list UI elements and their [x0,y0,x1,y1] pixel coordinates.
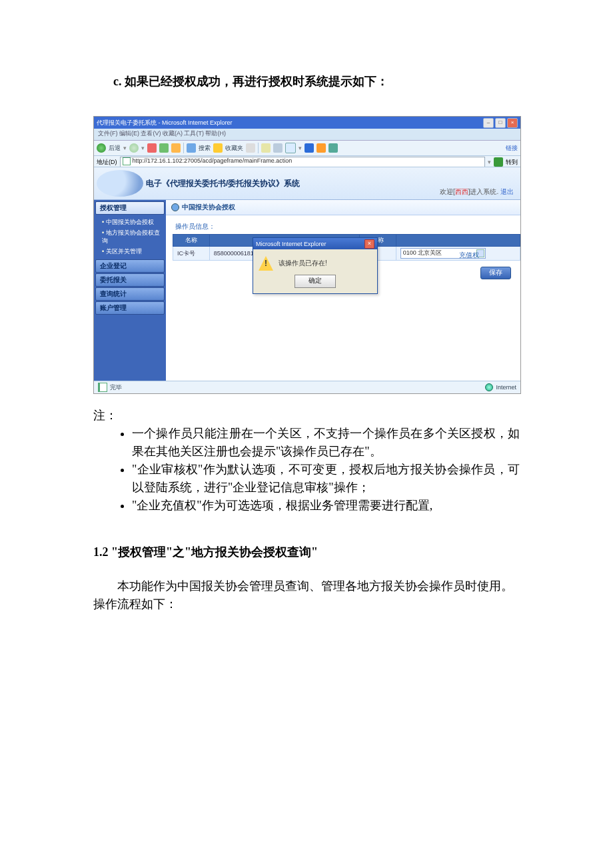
zone-select-cell: 0100 北京关区 [396,247,520,261]
search-icon[interactable] [187,143,196,153]
welcome-prefix: 欢迎[ [440,188,455,195]
dialog-message: 该操作员已存在! [279,259,327,268]
col-name-1: 名称 [173,235,210,247]
nav-query-stats[interactable]: 查询统计 [95,287,165,301]
content-area: 电子《代理报关委托书/委托报关协议》系统 欢迎[西西]进入系统. 退出 授权管理… [94,167,520,381]
nav-auth-mgmt[interactable]: 授权管理 [95,201,165,215]
zone-icon [485,383,493,391]
section-c-text: 如果已经授权成功，再进行授权时系统提示如下： [125,75,388,88]
recharge-right-label: 充值权 [459,251,479,260]
notes-heading: 注： [93,407,520,423]
refresh-icon[interactable] [159,143,169,153]
note-item-1: 一个操作员只能注册在一个关区，不支持一个操作员在多个关区授权，如果在其他关区注册… [132,425,520,461]
ext-icon-1[interactable] [305,143,314,153]
maximize-button[interactable]: □ [495,118,506,128]
back-label[interactable]: 后退 [109,144,121,153]
nav-account-mgmt[interactable]: 账户管理 [95,301,165,315]
search-label[interactable]: 搜索 [199,144,211,153]
url-value: http://172.16.1.102:27005/acd/pageframe/… [133,157,293,164]
nav-entrust-customs[interactable]: 委托报关 [95,273,165,287]
ext-icon-2[interactable] [316,143,326,153]
warning-icon [259,256,273,271]
nav-item-cn-auth[interactable]: 中国报关协会授权 [95,217,165,227]
nav-item-zone-merge[interactable]: 关区并关管理 [95,246,165,257]
edit-icon[interactable] [285,143,296,153]
ie-titlebar: 代理报关电子委托系统 - Microsoft Internet Explorer… [94,117,520,129]
favorites-label[interactable]: 收藏夹 [225,144,243,153]
operator-info-label: 操作员信息： [166,215,520,234]
welcome-suffix: ]进入系统. [468,188,500,195]
embedded-screenshot: 代理报关电子委托系统 - Microsoft Internet Explorer… [93,116,521,394]
ie-toolbar: 后退 ▾ ▾ 搜索 收藏夹 ▾ 链接 [94,141,520,156]
welcome-text: 欢迎[西西]进入系统. 退出 [440,187,514,197]
logout-link[interactable]: 退出 [500,188,514,195]
system-logo-icon [97,170,143,197]
row-label-ic: IC卡号 [173,247,210,261]
nav-item-local-auth-query[interactable]: 地方报关协会授权查询 [95,227,165,246]
system-header: 电子《代理报关委托书/委托报关协议》系统 欢迎[西西]进入系统. 退出 [94,167,520,200]
home-icon[interactable] [171,143,181,153]
col-blank-2 [396,235,520,247]
dialog-title-text: Microsoft Internet Explorer [256,241,364,247]
page-icon [123,157,131,165]
section-c-heading: c. 如果已经授权成功，再进行授权时系统提示如下： [113,73,520,89]
zone-select-value: 0100 北京关区 [403,249,442,256]
welcome-user: 西西 [455,188,468,195]
nav-enterprise-reg[interactable]: 企业登记 [95,259,165,273]
address-label: 地址(D) [97,158,117,167]
close-button[interactable]: × [507,118,518,128]
dialog-titlebar: Microsoft Internet Explorer × [253,238,377,249]
note-item-2: "企业审核权"作为默认选项，不可变更，授权后地方报关协会操作员，可以登陆系统，进… [132,461,520,497]
section-1-2-heading: 1.2 "授权管理"之"地方报关协会授权查询" [93,544,520,560]
dialog-ok-button[interactable]: 确定 [295,275,336,288]
sidebar: 授权管理 中国报关协会授权 地方报关协会授权查询 关区并关管理 企业登记 委托报… [94,200,166,382]
status-done-icon [98,383,107,392]
alert-dialog: Microsoft Internet Explorer × 该操作员已存在! 确… [253,237,378,294]
dialog-close-button[interactable]: × [364,239,374,249]
nav-auth-submenu: 中国报关协会授权 地方报关协会授权查询 关区并关管理 [95,215,165,259]
para-1: 本功能作为中国报关协会管理员查询、管理各地方报关协会操作员时使用。 [93,577,520,595]
links-label[interactable]: 链接 [506,144,518,153]
section-c-prefix: c. [113,75,125,88]
status-done-text: 完毕 [110,383,122,392]
panel-title-icon [171,203,179,211]
go-icon[interactable] [494,157,503,167]
save-button[interactable]: 保存 [480,267,511,279]
panel-title-text: 中国报关协会授权 [182,203,235,212]
window-title: 代理报关电子委托系统 - Microsoft Internet Explorer [97,119,483,127]
history-icon[interactable] [246,143,255,153]
system-title: 电子《代理报关委托书/委托报关协议》系统 [146,178,300,189]
panel-title: 中国报关协会授权 [166,200,520,215]
go-label[interactable]: 转到 [506,158,518,167]
zone-text: Internet [496,384,516,391]
ie-menubar[interactable]: 文件(F) 编辑(E) 查看(V) 收藏(A) 工具(T) 帮助(H) [94,129,520,141]
minimize-button[interactable]: – [483,118,494,128]
stop-icon[interactable] [147,143,157,153]
ext-icon-3[interactable] [328,143,338,153]
favorites-icon[interactable] [213,143,223,153]
para-2: 操作流程如下： [93,595,520,613]
main-panel: 中国报关协会授权 操作员信息： 名称 名称 IC卡号 8580000061813 [166,200,520,382]
forward-icon[interactable] [129,143,139,153]
ie-statusbar: 完毕 Internet [94,381,520,393]
note-item-3: "企业充值权"作为可选选项，根据业务管理需要进行配置, [132,497,520,515]
mail-icon[interactable] [261,143,271,153]
notes-list: 一个操作员只能注册在一个关区，不支持一个操作员在多个关区授权，如果在其他关区注册… [93,425,520,515]
print-icon[interactable] [273,143,283,153]
address-input[interactable]: http://172.16.1.102:27005/acd/pageframe/… [120,157,486,167]
back-icon[interactable] [97,143,106,153]
